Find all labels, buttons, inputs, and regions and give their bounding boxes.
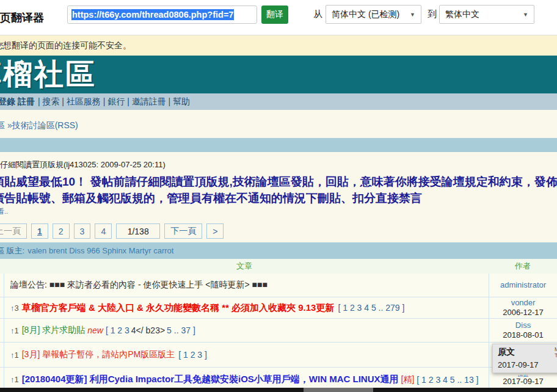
from-label: 从 xyxy=(313,9,322,20)
table-row: ↑1 [3月] 舉報帖子暫停，請站內PM版區版主 [ 1 2 3 ] xyxy=(0,343,557,368)
post-date: 2006-12-17 xyxy=(503,308,544,318)
next-page-button[interactable]: 下一頁 xyxy=(164,223,202,239)
thread-title-cell: ↑1 [3月] 舉報帖子暫停，請站內PM版區版主 [ 1 2 3 ] xyxy=(4,343,489,367)
sticky-rules-line: 請仔細閱讀置頂版規(lj413025: 2009-07-25 20:11) xyxy=(0,159,166,170)
nav-login-register[interactable]: 登錄 註冊 xyxy=(0,96,35,107)
site-masthead: 草榴社區 xyxy=(0,56,557,93)
source-language-value: 简体中文 (已检测) xyxy=(332,9,399,20)
translate-button[interactable]: 翻译 xyxy=(261,5,288,24)
pin-arrow-icon: ↑3 xyxy=(10,303,19,313)
chevron-down-icon: ▼ xyxy=(523,12,528,18)
moderators-label: 區 版主: xyxy=(0,245,24,256)
url-selected-text: https://t66y.com/thread0806.php?fid=7 xyxy=(71,9,234,20)
author-link[interactable]: administrator xyxy=(500,280,546,290)
thread-title-cell: ↑1 [8月] 求片求助貼 new [ 1 2 3 4</ b23> 5 .. … xyxy=(4,319,489,342)
page: 网页翻译器 https://t66y.com/thread0806.php?fi… xyxy=(0,0,557,392)
column-header-author: 作者 xyxy=(489,259,557,274)
thread-list: 論壇公告: ■■■ 來訪者必看的內容 - 使你更快速上手 <隨時更新> ■■■ … xyxy=(0,274,557,392)
author-link[interactable]: 絕世 xyxy=(518,372,529,377)
page-3-button[interactable]: 3 xyxy=(74,223,91,239)
table-row: 論壇公告: ■■■ 來訪者必看的內容 - 使你更快速上手 <隨時更新> ■■■ … xyxy=(0,274,557,297)
tooltip-date: 2017-09-17 xyxy=(498,360,557,369)
page-1-button[interactable]: 1 xyxy=(31,223,48,239)
thread-title-cell: 論壇公告: ■■■ 來訪者必看的內容 - 使你更快速上手 <隨時更新> ■■■ xyxy=(4,274,489,297)
pagination: 上一頁 1 2 3 4 1/138 下一頁 > xyxy=(0,223,224,239)
scrollbar-thumb[interactable] xyxy=(304,388,373,392)
page-4-button[interactable]: 4 xyxy=(95,223,112,239)
page-2-button[interactable]: 2 xyxy=(53,223,70,239)
section-divider-bar xyxy=(0,138,557,152)
post-date: 2017-09-17 xyxy=(503,377,544,387)
site-navbar: 登錄 註冊 | 搜索 | 社區服務 | 銀行 | 邀請註冊 | 幫助 xyxy=(0,93,557,110)
thread-table-header: 文章 作者 xyxy=(0,259,557,274)
translator-title: 网页翻译器 xyxy=(0,10,44,25)
breadcrumb[interactable]: 區 »技術討論區(RSS) xyxy=(0,120,78,131)
clipped-link-fragment[interactable]: 看.. xyxy=(0,207,8,216)
thread-page-links[interactable]: [ 1 2 3 4 5 .. 279 ] xyxy=(338,303,404,313)
warning-text: 您想翻译的页面的连接可能不安全。 xyxy=(0,40,131,51)
announcement-title[interactable]: 論壇公告: ■■■ 來訪者必看的內容 - 使你更快速上手 <隨時更新> ■■■ xyxy=(10,280,268,291)
board-rules-notice: 頂貼威望最低10！ 發帖前請仔細閱讀置頂版規,技術論壇區發貼，回貼，意味著你將接… xyxy=(0,173,557,206)
thread-title-link[interactable]: [3月] 舉報帖子暫停，請站內PM版區版主 xyxy=(22,349,175,360)
to-label: 到 xyxy=(428,9,437,20)
horizontal-scrollbar[interactable] xyxy=(0,388,557,392)
translator-toolbar: 网页翻译器 https://t66y.com/thread0806.php?fi… xyxy=(0,0,557,35)
site-logo: 草榴社區 xyxy=(0,56,557,93)
pin-arrow-icon: ↑1 xyxy=(10,375,19,384)
thread-author-cell: vonder 2006-12-17 xyxy=(489,297,557,318)
thread-title-link[interactable]: [20180404更新] 利用Cydia Impactor工具免越獄安裝iOS小… xyxy=(22,374,399,385)
nav-links[interactable]: | 搜索 | 社區服務 | 銀行 | 邀請註冊 | 幫助 xyxy=(38,96,190,107)
column-header-article: 文章 xyxy=(0,259,489,274)
thread-title-cell: ↑3 草榴官方客戶端 & 大陸入口 & 永久功能變數名稱 ** 必須加入收藏夾 … xyxy=(4,297,489,318)
post-date: 2018-08-01 xyxy=(503,330,544,340)
moderators-bar: 區 版主: valen brent Diss 966 Sphinx Martyr… xyxy=(0,242,557,259)
tooltip-label: 原文 xyxy=(498,347,557,358)
pin-arrow-icon: ↑1 xyxy=(10,326,19,335)
thread-author-cell: Diss 2018-08-01 xyxy=(489,319,557,342)
prev-page-button[interactable]: 上一頁 xyxy=(0,223,27,239)
translator-attribution: Micr Tra xyxy=(555,346,557,358)
original-text-tooltip: 原文 Micr Tra 2017-09-17 xyxy=(492,344,557,373)
thread-author-cell: administrator xyxy=(489,274,557,297)
thread-page-links[interactable]: [ 1 2 3 ] xyxy=(178,350,207,360)
insecure-connection-warning: 您想翻译的页面的连接可能不安全。 xyxy=(0,35,557,56)
author-link[interactable]: vonder xyxy=(511,298,536,308)
page-info: 1/138 xyxy=(116,223,160,239)
target-language-select[interactable]: 繁体中文 ▼ xyxy=(439,5,534,24)
new-flag: new xyxy=(87,325,103,335)
broken-markup-text: 4</ b23> xyxy=(131,325,165,335)
url-input[interactable]: https://t66y.com/thread0806.php?fid=7 xyxy=(67,5,257,24)
target-language-value: 繁体中文 xyxy=(445,9,479,20)
chevron-down-icon: ▼ xyxy=(410,12,415,18)
jump-page-button[interactable]: > xyxy=(206,223,224,239)
moderators-names[interactable]: valen brent Diss 966 Sphinx Martyr carro… xyxy=(27,246,173,255)
table-row: ↑1 [8月] 求片求助貼 new [ 1 2 3 4</ b23> 5 .. … xyxy=(0,319,557,343)
featured-flag: [精] xyxy=(401,374,415,385)
thread-title-link[interactable]: 草榴官方客戶端 & 大陸入口 & 永久功能變數名稱 ** 必須加入收藏夾 9.1… xyxy=(22,302,335,314)
table-row: ↑3 草榴官方客戶端 & 大陸入口 & 永久功能變數名稱 ** 必須加入收藏夾 … xyxy=(0,297,557,319)
thread-page-links[interactable]: [ 1 2 3 4 5 .. 13 ] xyxy=(417,375,478,385)
author-link[interactable]: Diss xyxy=(515,321,531,330)
pin-arrow-icon: ↑1 xyxy=(10,350,19,360)
source-language-select[interactable]: 简体中文 (已检测) ▼ xyxy=(326,5,421,24)
thread-page-links[interactable]: [ 1 2 3 xyxy=(106,325,129,335)
thread-page-links[interactable]: 5 .. 37 ] xyxy=(167,325,195,335)
thread-title-link[interactable]: [8月] 求片求助貼 xyxy=(22,325,85,336)
